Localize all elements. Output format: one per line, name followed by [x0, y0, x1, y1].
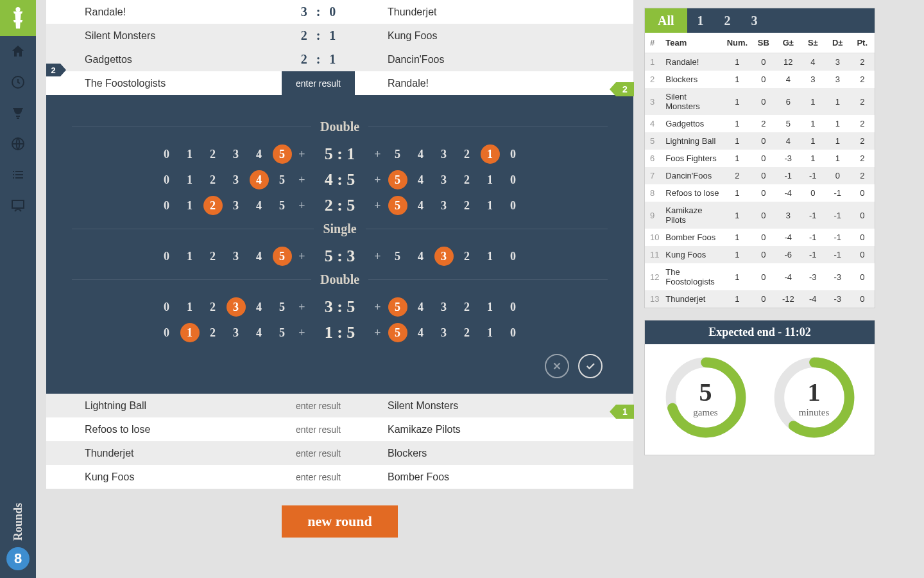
- score-option[interactable]: 1: [481, 144, 500, 164]
- standings-tab[interactable]: 3: [741, 8, 768, 33]
- cancel-button[interactable]: [545, 354, 569, 378]
- score-option[interactable]: 0: [504, 297, 523, 317]
- score-option[interactable]: 4: [250, 196, 269, 215]
- rounds-count-badge[interactable]: 8: [6, 547, 30, 570]
- plus-icon[interactable]: +: [296, 173, 309, 187]
- score-option[interactable]: 4: [250, 323, 269, 342]
- score-option[interactable]: 4: [250, 144, 269, 164]
- plus-icon[interactable]: +: [296, 301, 309, 314]
- match-row[interactable]: Randale! 3:0 Thunderjet: [46, 0, 633, 24]
- score-option[interactable]: 5: [388, 247, 407, 266]
- plus-icon[interactable]: +: [372, 250, 384, 263]
- score-option[interactable]: 3: [434, 247, 454, 266]
- standings-tab[interactable]: 2: [714, 8, 741, 33]
- standings-tab[interactable]: 1: [687, 8, 714, 33]
- score-option[interactable]: 2: [203, 170, 223, 189]
- confirm-button[interactable]: [578, 354, 603, 378]
- table-row[interactable]: 5Lightning Ball104112: [645, 132, 875, 150]
- score-option[interactable]: 2: [458, 196, 477, 215]
- table-row[interactable]: 6Foos Fighters10-3112: [645, 150, 875, 167]
- table-row[interactable]: 9Kamikaze Pilots103-1-10: [645, 202, 875, 229]
- score-option[interactable]: 5: [388, 144, 407, 164]
- plus-icon[interactable]: +: [372, 301, 384, 314]
- score-option[interactable]: 3: [227, 144, 246, 164]
- score-option[interactable]: 4: [250, 247, 269, 266]
- score-option[interactable]: 5: [273, 144, 292, 164]
- score-option[interactable]: 0: [504, 170, 523, 189]
- match-row[interactable]: Lightning Ball enter result Silent Monst…: [46, 394, 633, 417]
- table-row[interactable]: 8Refoos to lose10-40-10: [645, 184, 875, 202]
- score-option[interactable]: 4: [411, 297, 431, 317]
- enter-result-link[interactable]: enter result: [277, 472, 359, 482]
- score-option[interactable]: 3: [434, 196, 454, 215]
- score-option[interactable]: 2: [458, 170, 477, 189]
- table-row[interactable]: 2Blockers104332: [645, 71, 875, 88]
- score-option[interactable]: 1: [180, 297, 200, 317]
- match-row[interactable]: Thunderjet enter result Blockers: [46, 441, 633, 465]
- table-row[interactable]: 7Dancin'Foos20-1-102: [645, 167, 875, 184]
- score-option[interactable]: 2: [458, 297, 477, 317]
- standings-tab[interactable]: All: [645, 8, 687, 33]
- plus-icon[interactable]: +: [296, 326, 309, 340]
- plus-icon[interactable]: +: [372, 199, 384, 213]
- score-option[interactable]: 0: [157, 323, 176, 342]
- score-option[interactable]: 3: [227, 196, 246, 215]
- table-row[interactable]: 13Thunderjet10-12-4-30: [645, 290, 875, 308]
- match-row[interactable]: Silent Monsters 2:1 Kung Foos: [46, 24, 633, 48]
- plus-icon[interactable]: +: [372, 148, 384, 161]
- logo[interactable]: [0, 0, 36, 36]
- score-option[interactable]: 2: [203, 297, 223, 317]
- score-option[interactable]: 0: [157, 170, 176, 189]
- match-row[interactable]: Kung Foos enter result Bomber Foos: [46, 465, 633, 489]
- score-option[interactable]: 3: [227, 297, 246, 317]
- new-round-button[interactable]: new round: [282, 505, 397, 538]
- score-option[interactable]: 5: [273, 196, 292, 215]
- score-option[interactable]: 1: [180, 247, 200, 266]
- plus-icon[interactable]: +: [372, 326, 384, 340]
- score-option[interactable]: 5: [388, 323, 407, 342]
- clock-icon[interactable]: [0, 67, 36, 98]
- score-option[interactable]: 4: [250, 297, 269, 317]
- score-option[interactable]: 1: [481, 170, 500, 189]
- table-row[interactable]: 11Kung Foos10-6-1-10: [645, 246, 875, 263]
- score-option[interactable]: 0: [157, 297, 176, 317]
- score-option[interactable]: 4: [250, 170, 269, 189]
- plus-icon[interactable]: +: [296, 199, 309, 213]
- score-option[interactable]: 2: [458, 144, 477, 164]
- score-option[interactable]: 5: [273, 297, 292, 317]
- table-row[interactable]: 3Silent Monsters106112: [645, 88, 875, 115]
- score-option[interactable]: 4: [411, 323, 431, 342]
- enter-result-link[interactable]: enter result: [277, 448, 359, 459]
- enter-result-link[interactable]: enter result: [277, 425, 359, 435]
- score-option[interactable]: 0: [157, 144, 176, 164]
- score-option[interactable]: 3: [434, 297, 454, 317]
- score-option[interactable]: 3: [227, 170, 246, 189]
- score-option[interactable]: 0: [504, 323, 523, 342]
- score-option[interactable]: 3: [434, 144, 454, 164]
- score-option[interactable]: 3: [434, 170, 454, 189]
- score-option[interactable]: 4: [411, 144, 431, 164]
- plus-icon[interactable]: +: [296, 148, 309, 161]
- score-option[interactable]: 2: [458, 323, 477, 342]
- score-option[interactable]: 2: [458, 247, 477, 266]
- score-option[interactable]: 1: [180, 196, 200, 215]
- globe-icon[interactable]: [0, 128, 36, 159]
- score-option[interactable]: 5: [388, 196, 407, 215]
- score-option[interactable]: 1: [481, 297, 500, 317]
- table-row[interactable]: 12The Foostologists10-4-3-30: [645, 263, 875, 290]
- score-option[interactable]: 1: [481, 247, 500, 266]
- match-row[interactable]: Gadgettos 2:1 Dancin'Foos: [46, 48, 633, 71]
- table-row[interactable]: 10Bomber Foos10-4-1-10: [645, 229, 875, 246]
- enter-result-tab[interactable]: enter result: [282, 71, 355, 95]
- table-row[interactable]: 1Randale!1012432: [645, 53, 875, 71]
- table-row[interactable]: 4Gadgettos125112: [645, 115, 875, 132]
- match-row[interactable]: Refoos to lose enter result Kamikaze Pil…: [46, 417, 633, 441]
- score-option[interactable]: 4: [411, 247, 431, 266]
- score-option[interactable]: 5: [388, 297, 407, 317]
- home-icon[interactable]: [0, 36, 36, 67]
- score-option[interactable]: 1: [180, 323, 200, 342]
- plus-icon[interactable]: +: [372, 173, 384, 187]
- score-option[interactable]: 5: [273, 247, 292, 266]
- enter-result-link[interactable]: enter result: [277, 401, 359, 411]
- score-option[interactable]: 4: [411, 170, 431, 189]
